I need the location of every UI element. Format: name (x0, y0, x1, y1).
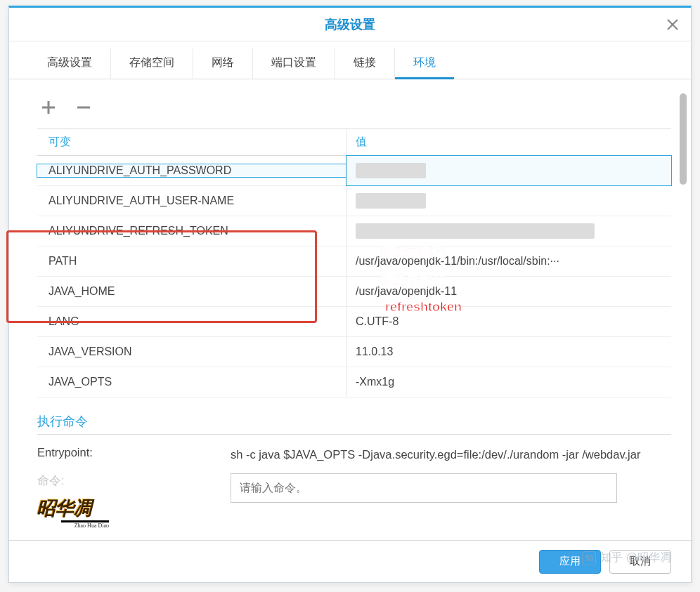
command-label: 命令: (37, 473, 231, 489)
zhihu-icon: 知 (582, 551, 596, 565)
tab-storage[interactable]: 存储空间 (111, 48, 193, 79)
close-button[interactable] (663, 15, 682, 34)
minus-icon (75, 99, 92, 116)
scrollbar-thumb[interactable] (680, 93, 687, 185)
dialog-header: 高级设置 (9, 8, 691, 41)
annotation-password: 阿里云密码 (382, 244, 445, 261)
table-row[interactable]: JAVA_HOME /usr/java/openjdk-11 (37, 277, 671, 307)
env-key[interactable]: PATH (37, 255, 346, 268)
env-val[interactable] (346, 156, 671, 185)
dialog-title: 高级设置 (325, 16, 375, 33)
add-button[interactable] (37, 96, 60, 119)
env-table-header: 可变 值 (37, 129, 671, 156)
zhihu-watermark: 知 知乎 @昭华凋 (582, 551, 671, 565)
entrypoint-label: Entrypoint: (37, 446, 231, 459)
env-table: 可变 值 ALIYUNDRIVE_AUTH_PASSWORD ALIYUNDRI… (37, 129, 671, 397)
env-toolbar (37, 88, 670, 129)
exec-title: 执行命令 (37, 413, 670, 430)
plus-icon (40, 99, 57, 116)
blurred-value (356, 223, 595, 239)
command-input[interactable] (231, 473, 617, 503)
table-row[interactable]: LANG C.UTF-8 (37, 307, 671, 337)
table-row[interactable]: ALIYUNDRIVE_REFRESH_TOKEN (37, 216, 671, 246)
divider (37, 434, 671, 435)
header-val[interactable]: 值 (346, 129, 671, 155)
env-key[interactable]: ALIYUNDRIVE_AUTH_USER-NAME (37, 195, 346, 207)
table-row[interactable]: ALIYUNDRIVE_AUTH_USER-NAME (37, 186, 671, 216)
env-val[interactable]: -Xmx1g (346, 367, 671, 397)
entrypoint-row: Entrypoint: sh -c java $JAVA_OPTS -Djava… (37, 446, 670, 463)
annotation-username: 阿里云账号 (382, 272, 445, 289)
env-val[interactable]: 11.0.13 (346, 337, 671, 367)
env-key[interactable]: JAVA_VERSION (37, 346, 346, 358)
watermark-sub: Zhao Hua Diao (61, 520, 109, 529)
zhihu-text: 知乎 @昭华凋 (600, 551, 671, 565)
tabs: 高级设置 存储空间 网络 端口设置 链接 环境 (9, 41, 691, 79)
env-key[interactable]: ALIYUNDRIVE_REFRESH_TOKEN (37, 225, 346, 237)
author-watermark: 昭华凋 Zhao Hua Diao (36, 495, 113, 527)
tab-advanced[interactable]: 高级设置 (29, 48, 111, 79)
blurred-value (356, 163, 426, 178)
watermark-text: 昭华凋 (36, 497, 91, 518)
content-panel: 可变 值 ALIYUNDRIVE_AUTH_PASSWORD ALIYUNDRI… (9, 79, 691, 543)
env-key[interactable]: JAVA_HOME (37, 285, 346, 298)
table-row[interactable]: JAVA_VERSION 11.0.13 (37, 337, 671, 367)
env-val[interactable] (346, 216, 671, 246)
tab-env[interactable]: 环境 (395, 48, 454, 79)
table-row[interactable]: PATH /usr/java/openjdk-11/bin:/usr/local… (37, 246, 671, 277)
header-key[interactable]: 可变 (37, 135, 346, 150)
table-row[interactable]: JAVA_OPTS -Xmx1g (37, 367, 671, 397)
advanced-settings-dialog: 高级设置 高级设置 存储空间 网络 端口设置 链接 环境 可变 值 (8, 6, 692, 583)
env-key[interactable]: ALIYUNDRIVE_AUTH_PASSWORD (37, 164, 346, 177)
blurred-value (356, 193, 426, 209)
tab-link[interactable]: 链接 (335, 48, 395, 79)
entrypoint-value: sh -c java $JAVA_OPTS -Djava.security.eg… (231, 446, 670, 463)
tab-network[interactable]: 网络 (193, 48, 253, 79)
env-key[interactable]: JAVA_OPTS (37, 376, 346, 388)
command-row: 命令: (37, 473, 670, 503)
tab-port[interactable]: 端口设置 (253, 48, 335, 79)
env-val[interactable] (346, 186, 671, 216)
close-icon (666, 18, 679, 31)
env-key[interactable]: LANG (37, 315, 346, 328)
table-row[interactable]: ALIYUNDRIVE_AUTH_PASSWORD (37, 156, 671, 186)
annotation-token: refreshtoken (385, 300, 462, 315)
remove-button[interactable] (72, 96, 95, 119)
